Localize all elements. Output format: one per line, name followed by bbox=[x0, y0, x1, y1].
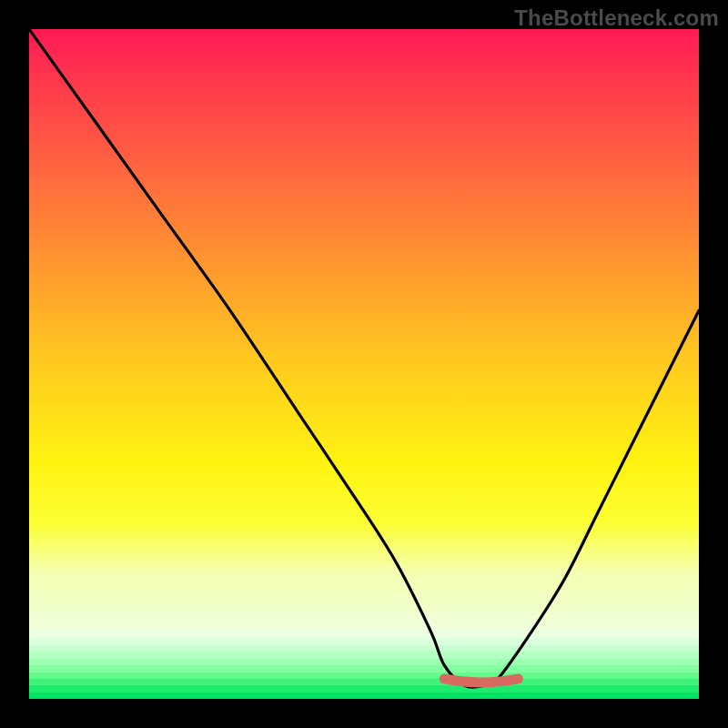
curve-layer bbox=[29, 29, 699, 699]
watermark-text: TheBottleneck.com bbox=[514, 5, 719, 31]
plot-area bbox=[29, 29, 699, 699]
chart-frame: TheBottleneck.com bbox=[0, 0, 728, 728]
sweet-spot-marker bbox=[444, 679, 518, 682]
bottleneck-curve bbox=[29, 29, 699, 687]
